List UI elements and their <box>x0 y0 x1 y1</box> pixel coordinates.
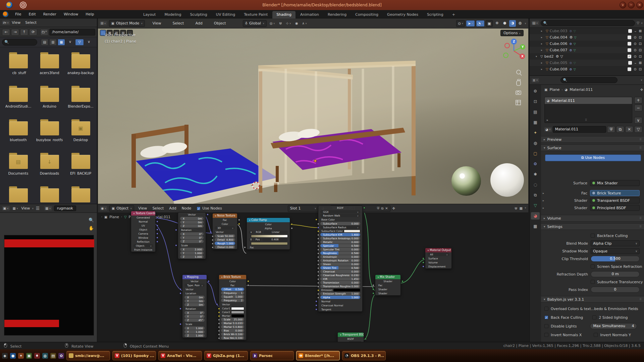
node-row[interactable]: Alpha1.000 <box>320 296 360 299</box>
image-name-field[interactable]: rugmask <box>54 205 76 211</box>
workspace-tab[interactable]: + <box>448 11 459 18</box>
input-socket[interactable] <box>317 286 319 288</box>
object-name[interactable]: Cube.006 <box>550 42 568 46</box>
filter-dropdown[interactable]: ∨ <box>641 22 643 24</box>
workspace-tab[interactable]: Scripting <box>423 11 447 18</box>
overlays-icon[interactable]: ▣ <box>486 20 492 27</box>
material-slot-list[interactable]: ◕ Material.011 ▸ ⠿ <box>544 97 632 123</box>
expand-icon[interactable]: ▸ <box>541 68 544 71</box>
input-socket[interactable] <box>317 241 319 243</box>
output-socket[interactable] <box>156 233 158 235</box>
image-preview[interactable] <box>4 235 94 336</box>
input-socket[interactable] <box>317 289 319 291</box>
editor-type-icon[interactable]: ◉∨ <box>100 206 107 210</box>
menu-item[interactable]: Render <box>40 11 59 17</box>
output-socket[interactable] <box>156 237 158 239</box>
input-socket[interactable] <box>372 292 374 294</box>
node-row[interactable]: Sheen0.000 <box>320 262 360 266</box>
max-simultaneous-field[interactable]: Max Simultaneou4 <box>590 323 637 329</box>
output-socket[interactable] <box>156 221 158 223</box>
node-row[interactable]: Rotation <box>178 228 206 232</box>
node-editor-menu[interactable]: Add <box>169 206 176 210</box>
output-socket[interactable] <box>247 284 249 286</box>
input-socket[interactable] <box>218 334 220 336</box>
output-socket[interactable] <box>156 229 158 231</box>
node-row[interactable]: Normal <box>318 299 362 303</box>
input-socket[interactable] <box>317 234 319 236</box>
copy-material-button[interactable]: ⧉ <box>616 126 624 133</box>
outliner-row[interactable]: ▸ ▽ Cube.004 ⚙ ▽ ⊙ ⊡ <box>530 34 644 41</box>
input-socket[interactable] <box>218 308 220 310</box>
workspace-tab[interactable]: Geometry Nodes <box>383 11 422 18</box>
node-row[interactable]: Sheen Tint0.500 <box>320 266 360 269</box>
add-slot-button[interactable]: + <box>634 97 642 104</box>
modifier-wrench-icon[interactable]: ⚙ <box>570 29 572 33</box>
node-row[interactable] <box>249 242 288 245</box>
input-socket[interactable] <box>179 323 181 325</box>
expand-icon[interactable]: ▸ <box>541 206 546 209</box>
node-texture-coordinate[interactable]: Texture Coordinate Generated Normal UV O… <box>131 211 156 252</box>
node-row[interactable]: Mortar <box>221 314 244 317</box>
node-row[interactable]: Subsurface Color <box>320 229 360 233</box>
node-row[interactable]: Vector <box>182 287 207 291</box>
folder-item[interactable]: EFI_BACKUP <box>65 151 96 184</box>
input-socket[interactable] <box>317 260 319 262</box>
filter-funnel-icon[interactable]: ▽ <box>637 21 639 25</box>
output-socket[interactable] <box>156 241 158 243</box>
clip-threshold-row[interactable]: Clip Threshold0.500 <box>541 255 644 262</box>
view-list-vertical-button[interactable]: ▤ <box>41 39 48 46</box>
node-row[interactable]: Offset0.500 <box>221 288 244 291</box>
hide-eye-icon[interactable]: ⊙ <box>634 36 636 39</box>
node-row[interactable]: Location <box>182 291 207 295</box>
properties-tab[interactable]: ◌ <box>531 181 540 188</box>
filter-dropdown[interactable]: ∨ <box>85 39 93 46</box>
workspace-tab[interactable]: UV Editing <box>212 11 239 18</box>
node-row[interactable]: Tangent <box>318 307 362 311</box>
expand-icon[interactable]: ▸ <box>541 199 546 202</box>
node-row[interactable]: Transmission0.000 <box>320 281 360 284</box>
render-camera-icon[interactable]: ⊠ <box>639 29 642 33</box>
folder-item[interactable] <box>3 184 34 204</box>
back-face-culling-checkbox[interactable]: ✓ <box>544 315 548 319</box>
shadow-mode-row[interactable]: Shadow ModeOpaque <box>541 248 644 254</box>
input-socket[interactable] <box>210 231 212 233</box>
folder-item[interactable]: Arduino <box>34 84 65 117</box>
node-row[interactable]: Metallic0.000 <box>320 240 360 244</box>
outliner-row[interactable]: ▾ ▽ bed2 ⚙ ▽ ✓ ⊙ ⊡ <box>530 53 644 60</box>
input-socket[interactable] <box>315 308 317 310</box>
input-socket[interactable] <box>212 243 214 245</box>
node-row[interactable]: Window <box>131 236 155 240</box>
settings-panel-header[interactable]: ▾Settings⠿ <box>541 223 644 230</box>
pivot-dropdown[interactable]: ◎∨ <box>269 21 276 25</box>
modifier-wrench-icon[interactable]: ⚙ <box>570 35 573 40</box>
proportional-edit-icon[interactable]: ◉ <box>294 21 299 25</box>
taskbar-app-button[interactable]: V GjbZa.png (1... <box>204 351 248 360</box>
hide-eye-icon[interactable]: ⊙ <box>634 48 636 52</box>
menu-item[interactable]: Help <box>83 11 97 17</box>
outliner-search-input[interactable]: 🔍 <box>541 20 635 26</box>
ssr-row[interactable]: Screen Space Refraction <box>541 263 644 270</box>
node-row[interactable]: Reflection <box>131 240 155 244</box>
input-socket[interactable] <box>218 311 220 313</box>
node-row[interactable]: Clearcoat0.000 <box>320 270 360 273</box>
node-row[interactable]: Generated <box>131 216 155 220</box>
hide-eye-icon[interactable]: ⌣ <box>634 29 637 33</box>
viewport-menu[interactable]: Object <box>211 20 229 26</box>
object-name[interactable]: bed2 <box>544 54 554 59</box>
input-socket[interactable] <box>317 252 319 254</box>
title-bar[interactable]: Blender* [/home/amalie/Desktop/blender/b… <box>0 0 644 10</box>
surface-panel-header[interactable]: ▾Surface⠿ <box>541 144 644 151</box>
refresh-button[interactable]: ⟳ <box>29 29 37 36</box>
slot-dropdown[interactable]: Slot 1∨ <box>288 205 319 212</box>
node-row[interactable]: Y0m <box>184 299 205 303</box>
output-socket[interactable] <box>156 225 158 227</box>
selectable-checkbox[interactable] <box>628 29 632 33</box>
node-row[interactable]: X0° <box>184 311 205 314</box>
output-socket[interactable] <box>401 280 404 282</box>
snapping-magnet-icon[interactable]: ⋓ <box>515 206 517 210</box>
node-row[interactable]: Transmission Roughness0.000 <box>320 285 360 288</box>
input-socket[interactable] <box>175 244 177 246</box>
mode-dropdown[interactable]: ▣Object Mode∨ <box>109 20 145 27</box>
window-close-button[interactable]: ✕ <box>636 2 643 8</box>
node-row[interactable]: Vector <box>213 230 237 234</box>
